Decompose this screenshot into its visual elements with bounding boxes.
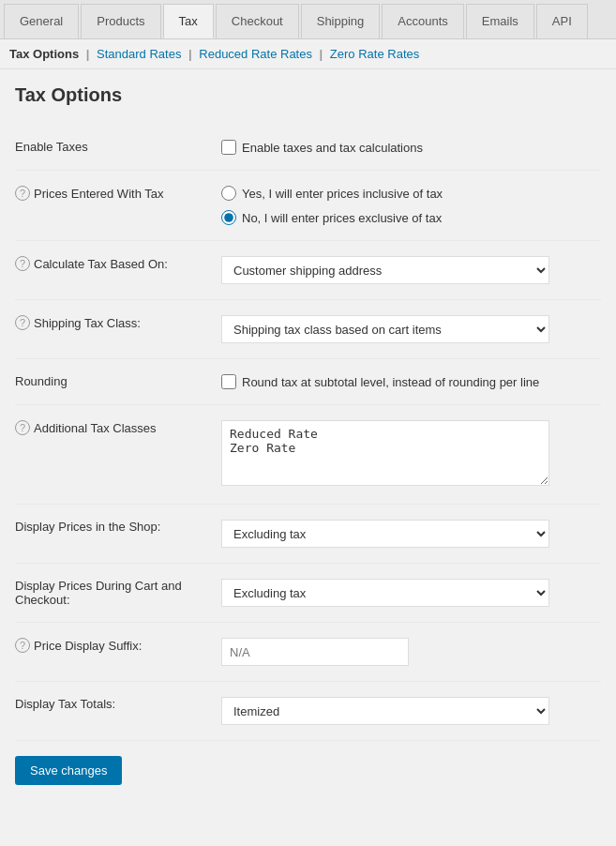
- price-suffix-label-wrap: ? Price Display Suffix:: [15, 638, 212, 653]
- subnav-reduced-rates[interactable]: Reduced Rate Rates: [199, 47, 312, 61]
- subnav: Tax Options | Standard Rates | Reduced R…: [0, 39, 616, 69]
- settings-table: Enable Taxes Enable taxes and tax calcul…: [15, 125, 601, 741]
- shipping-tax-help-icon[interactable]: ?: [15, 315, 30, 330]
- row-shipping-tax-class: ? Shipping Tax Class: Shipping tax class…: [15, 300, 601, 359]
- additional-tax-help-icon[interactable]: ?: [15, 420, 30, 435]
- calc-tax-select[interactable]: Customer shipping address Customer billi…: [221, 256, 549, 284]
- main-content: Tax Options Enable Taxes Enable taxes an…: [0, 69, 616, 804]
- sep3: |: [320, 47, 323, 61]
- calc-tax-help-icon[interactable]: ?: [15, 256, 30, 271]
- display-prices-cart-select[interactable]: Including tax Excluding tax: [221, 579, 549, 607]
- enable-taxes-row: Enable taxes and tax calculations: [221, 140, 601, 155]
- tab-accounts[interactable]: Accounts: [382, 4, 463, 38]
- enable-taxes-text: Enable taxes and tax calculations: [242, 141, 423, 155]
- tab-bar: General Products Tax Checkout Shipping A…: [0, 0, 616, 39]
- radio-exclusive-row: No, I will enter prices exclusive of tax: [221, 210, 601, 225]
- radio-inclusive-row: Yes, I will enter prices inclusive of ta…: [221, 186, 601, 201]
- additional-tax-label-wrap: ? Additional Tax Classes: [15, 420, 212, 435]
- calc-tax-label-wrap: ? Calculate Tax Based On:: [15, 256, 212, 271]
- tab-api[interactable]: API: [536, 4, 588, 38]
- radio-inclusive[interactable]: [221, 186, 236, 201]
- row-enable-taxes: Enable Taxes Enable taxes and tax calcul…: [15, 125, 601, 171]
- row-display-prices-cart: Display Prices During Cart and Checkout:…: [15, 564, 601, 623]
- display-prices-cart-label: Display Prices During Cart and Checkout:: [15, 579, 182, 607]
- page-title: Tax Options: [15, 84, 601, 106]
- radio-exclusive[interactable]: [221, 210, 236, 225]
- shipping-tax-label: Shipping Tax Class:: [34, 316, 141, 330]
- tab-general[interactable]: General: [4, 4, 79, 38]
- row-display-tax-totals: Display Tax Totals: Itemized As a single…: [15, 682, 601, 741]
- row-price-display-suffix: ? Price Display Suffix:: [15, 623, 601, 682]
- tab-shipping[interactable]: Shipping: [301, 4, 381, 38]
- calc-tax-label: Calculate Tax Based On:: [34, 257, 168, 271]
- tab-emails[interactable]: Emails: [466, 4, 534, 38]
- rounding-checkbox-row: Round tax at subtotal level, instead of …: [221, 374, 601, 389]
- tab-checkout[interactable]: Checkout: [216, 4, 299, 38]
- row-display-prices-shop: Display Prices in the Shop: Including ta…: [15, 505, 601, 564]
- row-additional-tax-classes: ? Additional Tax Classes Reduced Rate Ze…: [15, 405, 601, 505]
- sep2: |: [188, 47, 192, 61]
- subnav-standard-rates[interactable]: Standard Rates: [97, 47, 181, 61]
- prices-tax-radio-group: Yes, I will enter prices inclusive of ta…: [221, 186, 601, 225]
- display-prices-shop-select[interactable]: Including tax Excluding tax: [221, 520, 549, 548]
- display-prices-shop-label: Display Prices in the Shop:: [15, 520, 160, 534]
- tab-tax[interactable]: Tax: [163, 4, 214, 38]
- subnav-current: Tax Options: [9, 47, 79, 61]
- prices-tax-label-wrap: ? Prices Entered With Tax: [15, 186, 212, 201]
- rounding-label: Rounding: [15, 374, 68, 388]
- save-button[interactable]: Save changes: [15, 756, 122, 785]
- price-suffix-input[interactable]: [221, 638, 409, 666]
- price-suffix-help-icon[interactable]: ?: [15, 638, 30, 653]
- radio-exclusive-label: No, I will enter prices exclusive of tax: [242, 211, 442, 225]
- display-tax-totals-label: Display Tax Totals:: [15, 697, 115, 711]
- price-suffix-label: Price Display Suffix:: [34, 639, 142, 653]
- row-rounding: Rounding Round tax at subtotal level, in…: [15, 359, 601, 405]
- prices-tax-label: Prices Entered With Tax: [34, 187, 163, 201]
- radio-inclusive-label: Yes, I will enter prices inclusive of ta…: [242, 187, 443, 201]
- rounding-checkbox[interactable]: [221, 374, 236, 389]
- row-prices-with-tax: ? Prices Entered With Tax Yes, I will en…: [15, 171, 601, 241]
- row-calculate-tax: ? Calculate Tax Based On: Customer shipp…: [15, 241, 601, 300]
- shipping-tax-label-wrap: ? Shipping Tax Class:: [15, 315, 212, 330]
- enable-taxes-label: Enable Taxes: [15, 140, 88, 154]
- enable-taxes-checkbox[interactable]: [221, 140, 236, 155]
- prices-tax-help-icon[interactable]: ?: [15, 186, 30, 201]
- shipping-tax-select[interactable]: Shipping tax class based on cart items S…: [221, 315, 549, 343]
- sep1: |: [86, 47, 90, 61]
- additional-tax-label: Additional Tax Classes: [34, 421, 157, 435]
- subnav-zero-rates[interactable]: Zero Rate Rates: [330, 47, 419, 61]
- display-tax-totals-select[interactable]: Itemized As a single total: [221, 697, 549, 725]
- additional-tax-classes-textarea[interactable]: Reduced Rate Zero Rate: [221, 420, 549, 486]
- rounding-text: Round tax at subtotal level, instead of …: [242, 375, 539, 389]
- tab-products[interactable]: Products: [81, 4, 160, 38]
